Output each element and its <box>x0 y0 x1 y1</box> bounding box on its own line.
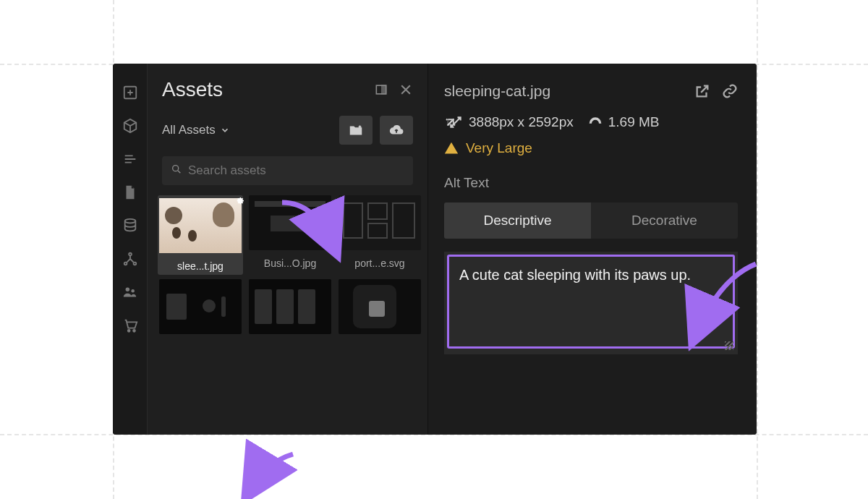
alt-text-input[interactable] <box>447 255 735 349</box>
asset-item[interactable] <box>247 279 333 334</box>
asset-filename: slee...t.jpg <box>177 260 224 272</box>
annotation-arrow <box>242 447 322 499</box>
asset-grid: slee...t.jpg Busi...O.jpg port...e.svg <box>148 192 427 337</box>
asset-item[interactable]: Busi...O.jpg <box>247 195 333 275</box>
detail-filename: sleeping-cat.jpg <box>444 82 550 100</box>
sitemap-icon[interactable] <box>122 250 139 268</box>
add-icon[interactable] <box>122 84 139 101</box>
app-window: Assets All Assets <box>113 64 757 435</box>
asset-thumbnail[interactable] <box>159 279 242 334</box>
asset-detail-panel: sleeping-cat.jpg 3888px x 2592px 1.69 MB <box>428 64 757 435</box>
folder-dropdown-label: All Assets <box>162 123 216 137</box>
tab-decorative[interactable]: Decorative <box>591 202 738 239</box>
search-input-wrap[interactable] <box>162 156 413 185</box>
tab-descriptive[interactable]: Descriptive <box>444 202 591 239</box>
database-icon[interactable] <box>122 217 139 234</box>
users-icon[interactable] <box>122 283 139 301</box>
asset-item[interactable] <box>158 279 243 334</box>
asset-thumbnail[interactable] <box>249 279 331 334</box>
box-icon[interactable] <box>122 117 139 135</box>
asset-thumbnail[interactable] <box>249 195 331 250</box>
alt-text-label: Alt Text <box>444 175 738 191</box>
open-external-icon[interactable] <box>694 83 710 99</box>
svg-point-5 <box>125 288 129 292</box>
asset-thumbnail[interactable] <box>339 195 421 250</box>
list-icon[interactable] <box>122 150 139 168</box>
svg-point-7 <box>127 330 129 332</box>
warning-icon <box>444 141 459 155</box>
asset-thumbnail[interactable] <box>339 279 421 334</box>
left-rail <box>113 64 148 435</box>
alt-text-field-wrap <box>444 252 738 354</box>
search-icon <box>171 163 182 178</box>
svg-point-11 <box>173 166 179 171</box>
asset-filename: Busi...O.jpg <box>264 257 316 269</box>
asset-thumbnail[interactable] <box>159 198 242 253</box>
cart-icon[interactable] <box>122 317 139 334</box>
link-icon[interactable] <box>722 83 738 99</box>
filesize-value: 1.69 MB <box>608 114 660 130</box>
upload-button[interactable] <box>380 116 413 145</box>
svg-point-1 <box>124 219 135 223</box>
gear-icon[interactable] <box>233 194 246 207</box>
svg-point-6 <box>131 289 135 293</box>
asset-item[interactable] <box>337 279 422 334</box>
expand-arrows-icon <box>448 115 463 129</box>
search-input[interactable] <box>188 163 404 178</box>
asset-item[interactable]: port...e.svg <box>337 195 422 275</box>
svg-point-4 <box>133 263 136 265</box>
pin-panel-icon[interactable] <box>374 82 388 97</box>
resize-handle-icon[interactable] <box>725 341 733 350</box>
assets-panel: Assets All Assets <box>148 64 428 435</box>
close-icon[interactable] <box>399 82 413 97</box>
chevron-down-icon <box>220 125 230 135</box>
svg-point-3 <box>124 263 127 265</box>
assets-title: Assets <box>162 78 223 101</box>
dimensions-value: 3888px x 2592px <box>469 114 574 130</box>
asset-filename: port...e.svg <box>354 257 404 269</box>
gauge-icon <box>588 115 603 129</box>
asset-item[interactable]: slee...t.jpg <box>158 195 243 275</box>
size-warning-text: Very Large <box>466 140 532 156</box>
alt-text-tabs: Descriptive Decorative <box>444 202 738 239</box>
page-icon[interactable] <box>122 184 139 201</box>
folder-dropdown[interactable]: All Assets <box>162 123 332 137</box>
new-folder-button[interactable] <box>339 116 373 145</box>
svg-rect-10 <box>382 85 386 94</box>
svg-point-2 <box>129 253 132 256</box>
svg-point-8 <box>133 330 135 332</box>
